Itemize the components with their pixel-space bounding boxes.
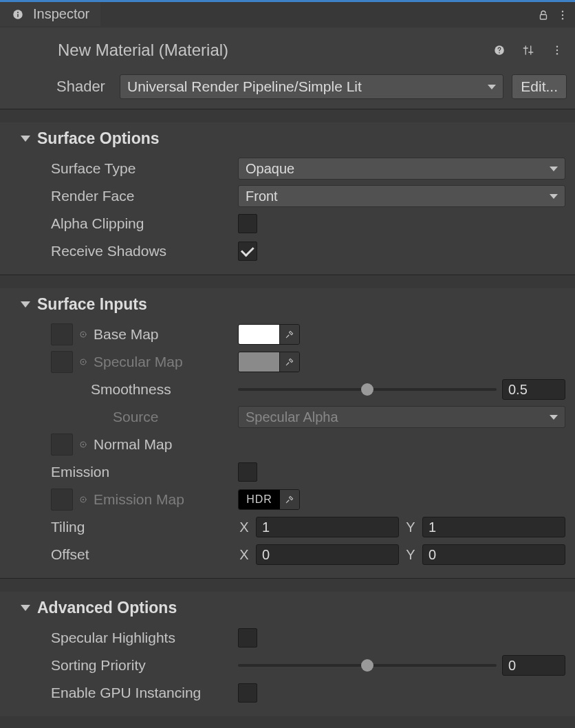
- svg-rect-2: [17, 14, 19, 17]
- info-icon: [8, 5, 28, 24]
- emission-label: Emission: [51, 464, 231, 480]
- normal-map-texture-slot[interactable]: [51, 433, 73, 456]
- offset-x-input[interactable]: 0: [256, 544, 399, 565]
- edit-button[interactable]: Edit...: [512, 74, 567, 99]
- object-picker-icon[interactable]: [78, 357, 88, 367]
- preset-icon[interactable]: [519, 41, 538, 60]
- svg-point-5: [562, 14, 563, 15]
- base-map-color[interactable]: [239, 325, 280, 344]
- section-surface-inputs: Surface Inputs Base Map Specular Map: [0, 288, 575, 578]
- foldout-icon: [21, 605, 30, 611]
- material-header: New Material (Material) Shader Universal…: [0, 28, 575, 109]
- emission-map-texture-slot[interactable]: [51, 489, 73, 511]
- smoothness-input[interactable]: 0.5: [502, 379, 565, 400]
- shader-value: Universal Render Pipeline/Simple Lit: [127, 78, 362, 95]
- specular-map-color[interactable]: [239, 352, 280, 372]
- section-header-advanced-options[interactable]: Advanced Options: [0, 596, 575, 624]
- slider-thumb: [361, 659, 373, 672]
- tab-inspector[interactable]: Inspector: [0, 2, 100, 28]
- material-title: New Material (Material): [58, 41, 481, 60]
- chevron-down-icon: [550, 415, 558, 420]
- svg-point-14: [556, 50, 558, 51]
- svg-point-13: [556, 46, 558, 47]
- svg-point-23: [83, 499, 84, 500]
- specular-map-label-group: Specular Map: [51, 351, 231, 373]
- axis-x-label: X: [238, 520, 250, 535]
- sorting-priority-slider[interactable]: [238, 656, 497, 675]
- svg-point-21: [83, 444, 84, 445]
- svg-rect-3: [541, 14, 547, 19]
- tiling-y-input[interactable]: 1: [422, 517, 565, 537]
- help-icon[interactable]: [490, 41, 509, 60]
- eyedropper-icon[interactable]: [280, 325, 299, 344]
- base-map-label-group: Base Map: [51, 323, 231, 345]
- lock-icon[interactable]: [534, 6, 553, 25]
- object-picker-icon[interactable]: [78, 495, 88, 504]
- svg-point-19: [83, 361, 84, 363]
- material-preview-thumb[interactable]: [8, 33, 50, 67]
- offset-y-input[interactable]: 0: [422, 544, 565, 565]
- shader-dropdown[interactable]: Universal Render Pipeline/Simple Lit: [120, 74, 503, 99]
- eyedropper-icon[interactable]: [280, 352, 299, 372]
- smoothness-label: Smoothness: [51, 381, 231, 398]
- source-dropdown[interactable]: Specular Alpha: [238, 406, 565, 428]
- axis-y-label: Y: [404, 520, 417, 535]
- section-header-surface-options[interactable]: Surface Options: [0, 127, 575, 155]
- receive-shadows-checkbox[interactable]: [238, 242, 257, 261]
- offset-label: Offset: [51, 546, 231, 563]
- svg-point-15: [556, 53, 558, 54]
- foldout-icon: [21, 301, 30, 308]
- gpu-instancing-checkbox[interactable]: [238, 683, 257, 703]
- emission-map-label-group: Emission Map: [51, 489, 231, 511]
- tiling-label: Tiling: [51, 519, 231, 535]
- sorting-priority-input[interactable]: 0: [502, 655, 565, 676]
- eyedropper-icon[interactable]: [280, 490, 299, 509]
- slider-thumb: [361, 383, 373, 396]
- source-label: Source: [51, 409, 231, 425]
- section-advanced-options: Advanced Options Specular Highlights Sor…: [0, 592, 575, 716]
- chevron-down-icon: [488, 85, 496, 89]
- gpu-instancing-label: Enable GPU Instancing: [51, 685, 231, 701]
- sorting-priority-label: Sorting Priority: [51, 657, 231, 674]
- alpha-clipping-label: Alpha Clipping: [51, 215, 231, 232]
- svg-point-17: [83, 334, 84, 335]
- emission-hdr-color[interactable]: HDR: [239, 490, 280, 509]
- receive-shadows-label: Receive Shadows: [51, 243, 231, 259]
- tab-bar: Inspector: [0, 0, 575, 28]
- tiling-x-input[interactable]: 1: [256, 517, 399, 537]
- shader-label: Shader: [56, 78, 111, 96]
- surface-type-dropdown[interactable]: Opaque: [238, 158, 565, 180]
- section-header-surface-inputs[interactable]: Surface Inputs: [0, 292, 575, 321]
- render-face-dropdown[interactable]: Front: [238, 185, 565, 207]
- axis-y-label: Y: [404, 547, 417, 563]
- specular-highlights-label: Specular Highlights: [51, 630, 231, 646]
- kebab-menu-icon[interactable]: [547, 41, 567, 60]
- smoothness-slider[interactable]: [238, 380, 497, 399]
- specular-highlights-checkbox[interactable]: [238, 628, 257, 647]
- alpha-clipping-checkbox[interactable]: [238, 214, 257, 233]
- specular-map-texture-slot[interactable]: [51, 351, 73, 373]
- chevron-down-icon: [550, 194, 558, 199]
- render-face-label: Render Face: [51, 188, 231, 204]
- surface-type-label: Surface Type: [51, 160, 231, 177]
- object-picker-icon[interactable]: [78, 440, 88, 449]
- base-map-texture-slot[interactable]: [51, 323, 73, 345]
- svg-point-8: [499, 52, 500, 54]
- chevron-down-icon: [550, 167, 558, 171]
- kebab-menu-icon[interactable]: [553, 6, 572, 25]
- normal-map-label-group: Normal Map: [51, 433, 231, 456]
- object-picker-icon[interactable]: [78, 330, 88, 339]
- axis-x-label: X: [238, 547, 250, 563]
- svg-point-4: [562, 10, 563, 12]
- foldout-icon: [21, 136, 30, 142]
- tab-label: Inspector: [33, 6, 89, 22]
- emission-checkbox[interactable]: [238, 462, 257, 482]
- section-surface-options: Surface Options Surface Type Opaque Rend…: [0, 122, 575, 275]
- svg-point-6: [562, 18, 563, 19]
- svg-point-1: [17, 11, 19, 12]
